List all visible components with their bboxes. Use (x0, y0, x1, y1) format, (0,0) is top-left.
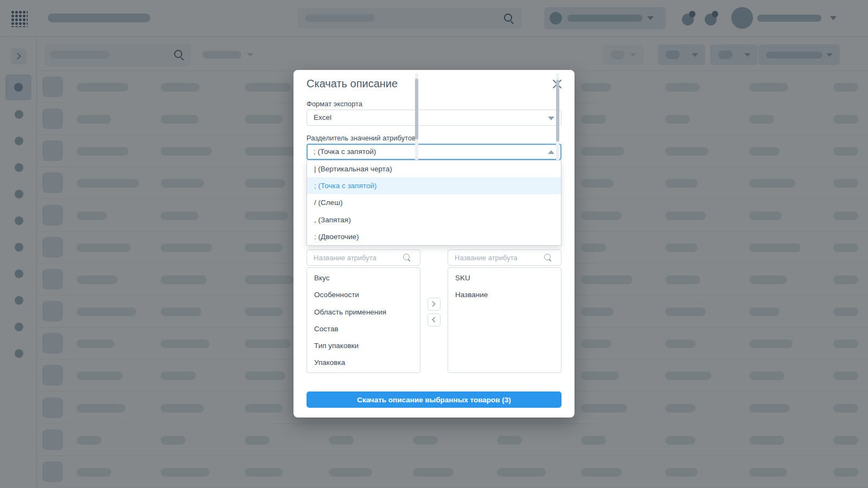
move-left-button[interactable] (427, 313, 441, 326)
attribute-list-item[interactable]: Название (448, 286, 561, 303)
dropdown-option[interactable]: | (Вертикальная черта) (307, 160, 561, 177)
scrollbar-track[interactable] (556, 73, 559, 172)
modal-title: Скачать описание (307, 78, 398, 90)
dropdown-option[interactable]: , (Запятая) (307, 211, 561, 228)
search-icon (544, 254, 551, 260)
attribute-list-item[interactable]: Упаковка (307, 354, 420, 371)
attribute-list-item[interactable]: Особенности (307, 286, 420, 303)
app-window: Скачать описание Формат экспорта Excel Р… (0, 0, 868, 488)
scrollbar-thumb[interactable] (556, 80, 559, 142)
attribute-list-item[interactable]: Состав (307, 320, 420, 337)
attribute-list-item[interactable]: Тип упаковки (307, 337, 420, 354)
chevron-up-icon (548, 150, 554, 154)
attribute-list-item[interactable]: SKU (448, 269, 561, 286)
chevron-left-icon (432, 317, 438, 323)
download-submit-button[interactable]: Скачать описание выбранных товаров (3) (307, 391, 561, 408)
dropdown-option[interactable]: : (Двоеточие) (307, 228, 561, 245)
export-format-select[interactable]: Excel (307, 110, 561, 126)
scrollbar-thumb[interactable] (415, 79, 418, 139)
attribute-list-item[interactable]: Вкус (307, 269, 420, 286)
attribute-list-item[interactable]: Область применения (307, 304, 420, 320)
available-attributes-list: ВкусОсобенностиОбласть примененияСоставТ… (307, 267, 420, 373)
export-format-label: Формат экспорта (307, 100, 362, 108)
move-right-button[interactable] (427, 298, 441, 311)
separator-select[interactable]: ; (Точка с запятой) (307, 144, 561, 160)
chevron-down-icon (548, 117, 554, 120)
separator-label: Разделитель значений атрибутов (307, 134, 416, 142)
dropdown-option[interactable]: / (Слеш) (307, 194, 561, 211)
download-description-modal: Скачать описание Формат экспорта Excel Р… (293, 70, 575, 418)
scrollbar-track[interactable] (415, 73, 418, 172)
export-format-value: Excel (314, 113, 331, 121)
selected-attributes-list: SKUНазвание (448, 267, 561, 373)
separator-value: ; (Точка с запятой) (314, 147, 376, 156)
chevron-right-icon (430, 301, 436, 307)
separator-options-dropdown: | (Вертикальная черта); (Точка с запятой… (307, 160, 561, 246)
search-icon (403, 254, 410, 260)
dropdown-option[interactable]: ; (Точка с запятой) (307, 177, 561, 194)
